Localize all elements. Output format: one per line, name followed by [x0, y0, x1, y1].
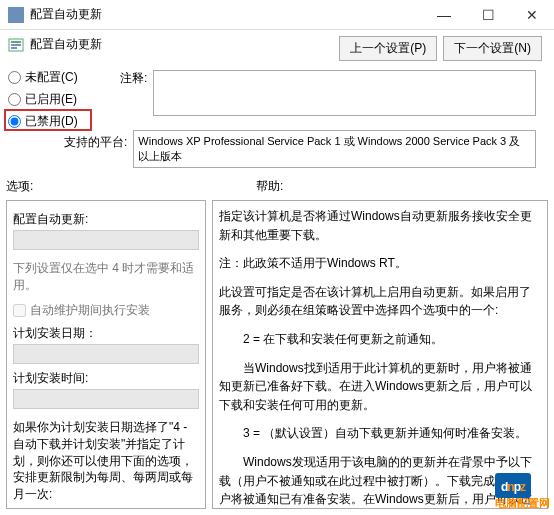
help-p7: Windows发现适用于该电脑的的更新并在背景中予以下载（用户不被通知或在此过程…: [219, 453, 541, 509]
prev-setting-button[interactable]: 上一个设置(P): [339, 36, 437, 61]
radio-not-configured[interactable]: 未配置(C): [8, 67, 546, 87]
subheader-title: 配置自动更新: [30, 36, 102, 53]
policy-icon: [8, 37, 24, 53]
radio-not-configured-input[interactable]: [8, 71, 21, 84]
radio-enabled-input[interactable]: [8, 93, 21, 106]
maximize-button[interactable]: ☐: [466, 0, 510, 30]
radio-enabled[interactable]: 已启用(E): [8, 89, 546, 109]
platform-label: 支持的平台:: [64, 130, 127, 151]
platform-text: Windows XP Professional Service Pack 1 或…: [133, 130, 536, 168]
help-p6: 3 = （默认设置）自动下载更新并通知何时准备安装。: [219, 424, 541, 443]
sched-time-label: 计划安装时间:: [13, 370, 199, 387]
radio-enabled-label: 已启用(E): [25, 91, 77, 108]
help-section-label: 帮助:: [208, 178, 283, 195]
sched-note: 如果你为计划安装日期选择了"4 - 自动下载并计划安装"并指定了计划，则你还可以…: [13, 419, 199, 503]
sched-time-select[interactable]: [13, 389, 199, 409]
maintenance-checkbox[interactable]: [13, 304, 26, 317]
radio-not-configured-label: 未配置(C): [25, 69, 78, 86]
options-heading: 配置自动更新:: [13, 211, 199, 228]
minimize-button[interactable]: —: [422, 0, 466, 30]
app-icon: [8, 7, 24, 23]
options-note: 下列设置仅在选中 4 时才需要和适用。: [13, 260, 199, 294]
help-p2: 注：此政策不适用于Windows RT。: [219, 254, 541, 273]
help-p1: 指定该计算机是否将通过Windows自动更新服务接收安全更新和其他重要下载。: [219, 207, 541, 244]
svg-rect-2: [11, 44, 21, 46]
window-title: 配置自动更新: [30, 6, 422, 23]
sched-day-select[interactable]: [13, 344, 199, 364]
options-pane[interactable]: 配置自动更新: 下列设置仅在选中 4 时才需要和适用。 自动维护期间执行安装 计…: [6, 200, 206, 509]
sched-day-label: 计划安装日期：: [13, 325, 199, 342]
next-setting-button[interactable]: 下一个设置(N): [443, 36, 542, 61]
radio-disabled-input[interactable]: [8, 115, 21, 128]
options-section-label: 选项:: [0, 178, 208, 195]
update-mode-select[interactable]: [13, 230, 199, 250]
close-button[interactable]: ✕: [510, 0, 554, 30]
maintenance-checkbox-row[interactable]: 自动维护期间执行安装: [13, 302, 199, 319]
help-p4: 2 = 在下载和安装任何更新之前通知。: [219, 330, 541, 349]
help-p5: 当Windows找到适用于此计算机的更新时，用户将被通知更新已准备好下载。在进入…: [219, 359, 541, 415]
svg-rect-3: [11, 47, 17, 49]
svg-rect-1: [11, 41, 21, 43]
help-p3: 此设置可指定是否在该计算机上启用自动更新。如果启用了服务，则必须在组策略设置中选…: [219, 283, 541, 320]
help-pane[interactable]: 指定该计算机是否将通过Windows自动更新服务接收安全更新和其他重要下载。 注…: [212, 200, 548, 509]
radio-disabled-label: 已禁用(D): [25, 113, 78, 130]
maintenance-checkbox-label: 自动维护期间执行安装: [30, 302, 150, 319]
